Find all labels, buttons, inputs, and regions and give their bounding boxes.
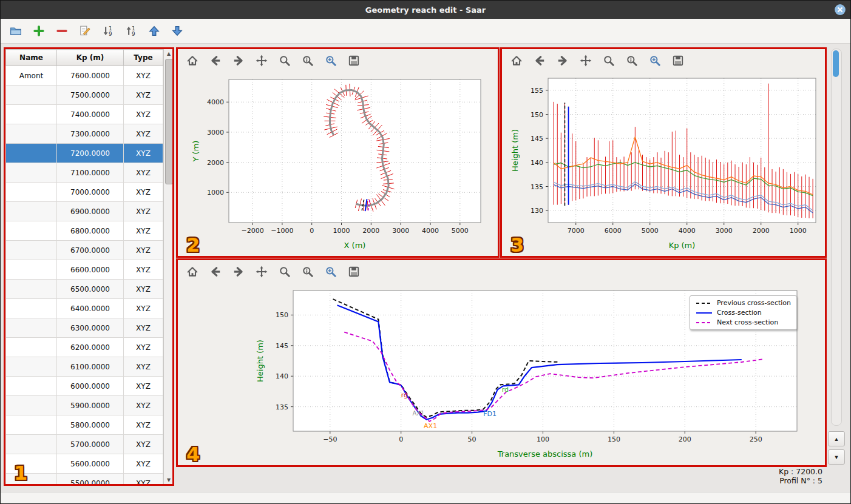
table-cell[interactable]: 6800.0000 (57, 221, 124, 241)
column-header-name[interactable]: Name (6, 50, 57, 66)
table-row[interactable]: Amont7600.0000XYZ (6, 66, 163, 86)
close-button[interactable] (834, 4, 846, 16)
zoom-button[interactable] (276, 263, 293, 281)
table-cell[interactable] (6, 338, 57, 357)
add-profile-button[interactable] (30, 22, 47, 40)
table-row[interactable]: 7000.0000XYZ (6, 183, 163, 202)
table-cell[interactable]: 5600.0000 (57, 454, 124, 474)
window-scrollbar-thumb[interactable] (833, 50, 839, 77)
table-cell[interactable]: XYZ (124, 357, 163, 377)
table-scrollbar[interactable]: ▲ ▼ (163, 49, 172, 484)
table-cell[interactable]: XYZ (124, 221, 163, 241)
save-button[interactable] (669, 52, 687, 70)
column-header-kp[interactable]: Kp (m) (57, 50, 124, 66)
table-scroll-down-icon[interactable]: ▼ (164, 475, 172, 484)
table-cell[interactable]: 7600.0000 (57, 66, 124, 86)
home-button[interactable] (183, 52, 201, 70)
plan-view-chart[interactable]: −2000−1000010002000300040005000100020003… (178, 72, 498, 254)
table-cell[interactable]: 7500.0000 (57, 86, 124, 105)
table-cell[interactable]: 5700.0000 (57, 435, 124, 454)
sort-ascending-button[interactable] (122, 22, 140, 40)
table-row[interactable]: 7200.0000XYZ (6, 144, 163, 163)
table-cell[interactable]: 5800.0000 (57, 415, 124, 435)
zoom-info-button[interactable] (623, 52, 640, 70)
table-cell[interactable]: XYZ (124, 86, 163, 105)
save-button[interactable] (345, 52, 362, 70)
table-row[interactable]: 6700.0000XYZ (6, 241, 163, 260)
table-cell[interactable]: 6000.0000 (57, 377, 124, 396)
home-button[interactable] (183, 263, 201, 281)
sort-descending-button[interactable] (99, 22, 117, 40)
table-cell[interactable]: XYZ (124, 377, 163, 396)
table-cell[interactable] (6, 377, 57, 396)
table-cell[interactable] (6, 435, 57, 454)
table-cell[interactable]: 5500.0000 (57, 474, 124, 485)
table-cell[interactable]: 6700.0000 (57, 241, 124, 260)
table-cell[interactable]: 6200.0000 (57, 338, 124, 357)
table-cell[interactable]: 6100.0000 (57, 357, 124, 377)
table-cell[interactable]: XYZ (124, 183, 163, 202)
table-scrollbar-thumb[interactable] (165, 59, 172, 184)
table-cell[interactable] (6, 183, 57, 202)
table-cell[interactable]: XYZ (124, 163, 163, 183)
table-cell[interactable] (6, 357, 57, 377)
table-cell[interactable]: XYZ (124, 415, 163, 435)
table-row[interactable]: 6200.0000XYZ (6, 338, 163, 357)
move-down-button[interactable] (168, 22, 186, 40)
table-cell[interactable]: 7300.0000 (57, 124, 124, 144)
table-cell[interactable]: 6900.0000 (57, 202, 124, 221)
pan-button[interactable] (253, 263, 270, 281)
table-row[interactable]: 7500.0000XYZ (6, 86, 163, 105)
edit-profile-button[interactable] (76, 22, 93, 40)
table-row[interactable]: 6500.0000XYZ (6, 280, 163, 299)
table-cell[interactable] (6, 280, 57, 299)
table-row[interactable]: 5600.0000XYZ (6, 454, 163, 474)
table-cell[interactable] (6, 105, 57, 124)
longitudinal-profile-chart[interactable]: 7000600050004000300020001000130135140145… (502, 72, 825, 254)
table-cell[interactable]: Amont (6, 66, 57, 86)
save-button[interactable] (345, 263, 362, 281)
table-cell[interactable] (6, 86, 57, 105)
table-cell[interactable]: 7100.0000 (57, 163, 124, 183)
zoom-button[interactable] (276, 52, 293, 70)
table-cell[interactable]: XYZ (124, 280, 163, 299)
table-cell[interactable] (6, 202, 57, 221)
table-scroll-up-icon[interactable]: ▲ (164, 49, 172, 58)
table-cell[interactable]: XYZ (124, 105, 163, 124)
table-row[interactable]: 5900.0000XYZ (6, 396, 163, 415)
move-up-button[interactable] (145, 22, 163, 40)
table-cell[interactable]: XYZ (124, 396, 163, 415)
column-header-type[interactable]: Type (124, 50, 163, 66)
table-row[interactable]: 5500.0000XYZ (6, 474, 163, 485)
table-row[interactable]: 7400.0000XYZ (6, 105, 163, 124)
zoom-config-button[interactable] (322, 263, 339, 281)
table-cell[interactable]: XYZ (124, 454, 163, 474)
back-button[interactable] (206, 263, 224, 281)
table-row[interactable]: 7300.0000XYZ (6, 124, 163, 144)
table-cell[interactable]: XYZ (124, 202, 163, 221)
back-button[interactable] (206, 52, 224, 70)
open-file-button[interactable] (7, 22, 24, 40)
table-cell[interactable]: XYZ (124, 144, 163, 163)
table-cell[interactable] (6, 318, 57, 338)
forward-button[interactable] (229, 52, 247, 70)
zoom-info-button[interactable] (299, 263, 316, 281)
zoom-info-button[interactable] (299, 52, 316, 70)
zoom-config-button[interactable] (322, 52, 339, 70)
table-cell[interactable]: 5900.0000 (57, 396, 124, 415)
table-cell[interactable]: 7000.0000 (57, 183, 124, 202)
table-cell[interactable] (6, 144, 57, 163)
pan-button[interactable] (253, 52, 270, 70)
table-cell[interactable]: XYZ (124, 260, 163, 280)
forward-button[interactable] (229, 263, 247, 281)
table-cell[interactable]: XYZ (124, 124, 163, 144)
table-cell[interactable] (6, 260, 57, 280)
home-button[interactable] (507, 52, 525, 70)
table-row[interactable]: 6400.0000XYZ (6, 299, 163, 318)
table-cell[interactable] (6, 221, 57, 241)
table-row[interactable]: 6800.0000XYZ (6, 221, 163, 241)
table-row[interactable]: 5700.0000XYZ (6, 435, 163, 454)
remove-profile-button[interactable] (53, 22, 70, 40)
table-cell[interactable]: XYZ (124, 299, 163, 318)
zoom-config-button[interactable] (646, 52, 663, 70)
